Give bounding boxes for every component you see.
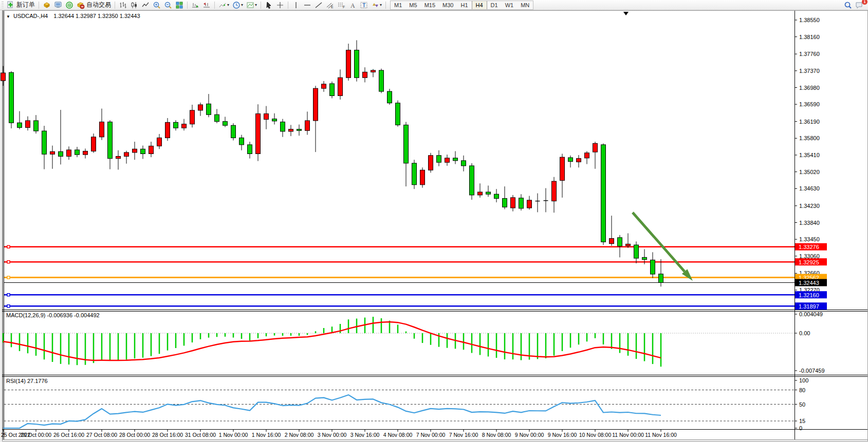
clock-icon bbox=[232, 1, 241, 9]
ohlc-values: 1.32644 1.32987 1.32350 1.32443 bbox=[53, 13, 140, 19]
market-watch-button[interactable] bbox=[41, 1, 52, 9]
time-axis-label: 3 Nov 16:00 bbox=[350, 432, 380, 438]
time-axis-label: 9 Nov 00:00 bbox=[515, 432, 544, 438]
zoom-in-button[interactable] bbox=[151, 1, 162, 9]
separator bbox=[214, 2, 215, 9]
candlestick-icon bbox=[130, 1, 138, 9]
periods-button[interactable]: ▾ bbox=[231, 1, 245, 9]
time-axis-label: 11 Nov 00:00 bbox=[612, 432, 644, 438]
timeframe-button-m15[interactable]: M15 bbox=[421, 1, 439, 9]
time-axis-label: 7 Nov 00:00 bbox=[416, 432, 446, 438]
time-axis-label: 27 Oct 08:00 bbox=[86, 432, 117, 438]
fibonacci-tool-button[interactable]: F bbox=[336, 1, 347, 9]
tile-windows-button[interactable] bbox=[174, 1, 185, 9]
vertical-line-icon bbox=[292, 1, 300, 9]
timeframe-button-mn[interactable]: MN bbox=[517, 1, 533, 9]
price-chart-canvas[interactable]: 1.385501.381601.377601.373701.369801.365… bbox=[0, 0, 868, 442]
vertical-line-tool-button[interactable] bbox=[290, 1, 302, 9]
channel-tool-button[interactable]: E bbox=[324, 1, 336, 9]
chevron-down-icon: ▾ bbox=[380, 3, 382, 7]
svg-text:A: A bbox=[350, 2, 355, 9]
separator bbox=[187, 2, 188, 9]
text-label-tool-button[interactable]: T bbox=[358, 1, 370, 9]
gold-cube-icon bbox=[43, 1, 51, 9]
toolbar-grip[interactable] bbox=[2, 2, 4, 9]
horizontal-line-icon bbox=[303, 1, 311, 9]
cursor-tool-button[interactable] bbox=[263, 1, 274, 9]
indicators-button[interactable]: ▾ bbox=[217, 1, 231, 9]
price-badge-label: 1.31897 bbox=[799, 303, 819, 310]
chart-area[interactable]: 1.385501.381601.377601.373701.369801.365… bbox=[0, 0, 868, 442]
chart-shift-icon bbox=[202, 1, 211, 9]
chart-shift-button[interactable] bbox=[201, 1, 212, 9]
trendline-tool-button[interactable] bbox=[313, 1, 324, 9]
text-tool-button[interactable]: A bbox=[347, 1, 358, 9]
terminal-button[interactable] bbox=[52, 1, 64, 9]
separator bbox=[385, 2, 386, 9]
notifications-button[interactable]: 1 bbox=[854, 1, 865, 9]
chevron-down-icon: ▾ bbox=[227, 3, 229, 7]
candlestick-mode-button[interactable] bbox=[128, 1, 140, 9]
separator bbox=[115, 2, 115, 9]
timeframe-button-w1[interactable]: W1 bbox=[502, 1, 518, 9]
price-axis-label: 1.35800 bbox=[799, 135, 820, 141]
fibonacci-icon: F bbox=[337, 1, 345, 9]
rsi-axis-label: 100 bbox=[799, 377, 808, 383]
time-axis-label: 28 Oct 00:00 bbox=[119, 432, 150, 438]
rsi-axis-label: 80 bbox=[799, 387, 805, 393]
price-axis-label: 1.37760 bbox=[799, 51, 820, 57]
timeframe-button-m30[interactable]: M30 bbox=[439, 1, 457, 9]
timeframe-button-m5[interactable]: M5 bbox=[405, 1, 420, 9]
time-axis-label: 1 Nov 16:00 bbox=[252, 432, 281, 438]
chart-title[interactable]: ▼ USDCAD-,H4 1.32644 1.32987 1.32350 1.3… bbox=[6, 13, 140, 19]
separator bbox=[288, 2, 288, 9]
chevron-down-icon: ▾ bbox=[241, 3, 243, 7]
price-axis-label: 1.33060 bbox=[799, 253, 820, 259]
line-chart-mode-button[interactable] bbox=[140, 1, 151, 9]
shapes-tool-button[interactable]: ▾ bbox=[370, 1, 383, 9]
price-axis-label: 1.36190 bbox=[799, 119, 820, 125]
notification-badge: 1 bbox=[862, 0, 867, 5]
time-axis-label: 3 Nov 00:00 bbox=[318, 432, 347, 438]
price-axis-label: 1.35410 bbox=[799, 152, 820, 158]
main-toolbar: 新订单 自动交易 ▾ ▾ ▾ E F A T ▾ bbox=[0, 0, 868, 10]
autotrade-button[interactable]: 自动交易 bbox=[75, 1, 113, 9]
horizontal-line-tool-button[interactable] bbox=[302, 1, 313, 9]
price-badge-label: 1.33276 bbox=[799, 244, 819, 250]
price-axis-label: 1.35020 bbox=[799, 169, 820, 175]
price-axis-label: 1.36590 bbox=[799, 101, 820, 107]
timeframe-button-h4[interactable]: H4 bbox=[472, 1, 487, 9]
time-axis-label: 10 Nov 08:00 bbox=[579, 432, 612, 438]
separator bbox=[39, 2, 39, 9]
timeframe-button-d1[interactable]: D1 bbox=[487, 1, 502, 9]
auto-scroll-icon bbox=[191, 1, 199, 9]
separator bbox=[261, 2, 261, 9]
timeframe-button-m1[interactable]: M1 bbox=[391, 1, 405, 9]
templates-button[interactable]: ▾ bbox=[245, 1, 258, 9]
price-badge-label: 1.32443 bbox=[799, 280, 819, 286]
signal-button[interactable] bbox=[64, 1, 75, 9]
crosshair-tool-button[interactable] bbox=[274, 1, 286, 9]
time-axis-label: 1 Nov 00:00 bbox=[219, 432, 248, 438]
time-axis-label: 7 Nov 16:00 bbox=[449, 432, 478, 438]
search-button[interactable] bbox=[842, 1, 854, 9]
equidistant-channel-icon: E bbox=[326, 1, 334, 9]
time-axis-label: 9 Nov 16:00 bbox=[548, 432, 577, 438]
auto-scroll-button[interactable] bbox=[190, 1, 201, 9]
indicators-icon bbox=[218, 1, 227, 9]
new-order-button[interactable]: 新订单 bbox=[5, 1, 36, 9]
price-axis-label: 1.33450 bbox=[799, 236, 820, 242]
bar-chart-mode-button[interactable] bbox=[117, 1, 128, 9]
price-axis-label: 1.34230 bbox=[799, 203, 820, 209]
price-axis-label: 1.38160 bbox=[799, 34, 820, 40]
price-badge-label: 1.32160 bbox=[799, 292, 819, 298]
zoom-out-button[interactable] bbox=[162, 1, 174, 9]
rsi-indicator-label: RSI(14) 27.1776 bbox=[6, 378, 48, 384]
rsi-axis-label: 0 bbox=[799, 425, 802, 431]
time-axis-label: 2 Nov 08:00 bbox=[285, 432, 314, 438]
crosshair-icon bbox=[276, 1, 284, 9]
svg-text:F: F bbox=[343, 5, 345, 9]
rsi-axis-label: 15 bbox=[799, 418, 805, 424]
chart-dropdown-icon[interactable]: ▼ bbox=[6, 14, 10, 19]
timeframe-button-h1[interactable]: H1 bbox=[457, 1, 471, 9]
